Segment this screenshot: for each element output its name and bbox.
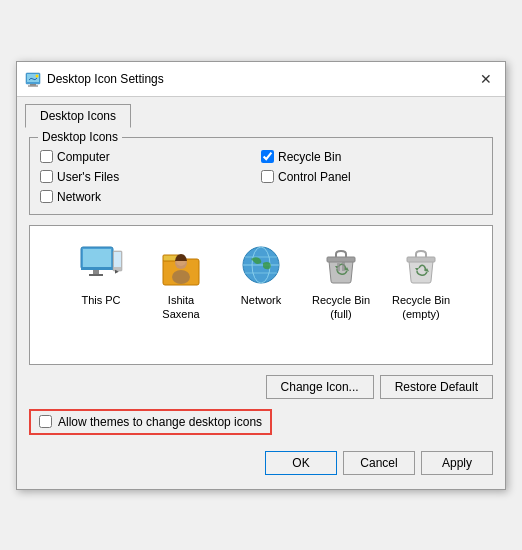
svg-rect-10 — [89, 274, 103, 276]
svg-rect-2 — [26, 82, 40, 84]
network-icon — [237, 241, 285, 289]
icon-action-buttons: Change Icon... Restore Default — [29, 375, 493, 399]
checkbox-grid: Computer Recycle Bin User's Files Contro… — [40, 144, 482, 204]
svg-rect-8 — [81, 267, 113, 270]
icons-preview-box: ▶ This PC — [29, 225, 493, 365]
cb-recycle[interactable] — [261, 150, 274, 163]
dialog-buttons: OK Cancel Apply — [29, 447, 493, 479]
cb-computer-label: Computer — [57, 150, 110, 164]
cb-row-userfiles: User's Files — [40, 170, 261, 184]
svg-rect-3 — [30, 84, 36, 86]
title-bar-controls: ✕ — [475, 68, 497, 90]
pc-icon: ▶ — [77, 241, 125, 289]
cb-controlpanel[interactable] — [261, 170, 274, 183]
cb-row-recycle: Recycle Bin — [261, 150, 482, 164]
cb-network[interactable] — [40, 190, 53, 203]
tab-bar: Desktop Icons — [17, 97, 505, 127]
cb-userfiles[interactable] — [40, 170, 53, 183]
icon-recycle-full[interactable]: Recycle Bin(full) — [306, 236, 376, 327]
content-area: Desktop Icons Computer Recycle Bin User'… — [17, 127, 505, 489]
icon-user[interactable]: Ishita Saxena — [146, 236, 216, 327]
restore-default-button[interactable]: Restore Default — [380, 375, 493, 399]
cb-computer[interactable] — [40, 150, 53, 163]
cb-network-label: Network — [57, 190, 101, 204]
cb-recycle-label: Recycle Bin — [278, 150, 341, 164]
svg-rect-27 — [407, 257, 435, 262]
icons-row: ▶ This PC — [40, 236, 482, 327]
icon-user-label: Ishita Saxena — [151, 293, 211, 322]
cancel-button[interactable]: Cancel — [343, 451, 415, 475]
ok-button[interactable]: OK — [265, 451, 337, 475]
svg-rect-4 — [28, 85, 38, 86]
icon-this-pc-label: This PC — [81, 293, 120, 307]
svg-rect-24 — [327, 257, 355, 262]
svg-rect-25 — [337, 263, 340, 271]
tab-desktop-icons[interactable]: Desktop Icons — [25, 104, 131, 128]
recycle-empty-icon — [397, 241, 445, 289]
window-title: Desktop Icon Settings — [47, 72, 475, 86]
svg-rect-12 — [114, 252, 121, 267]
icon-recycle-empty-label: Recycle Bin(empty) — [392, 293, 450, 322]
svg-rect-9 — [93, 270, 99, 274]
desktop-icons-group: Desktop Icons Computer Recycle Bin User'… — [29, 137, 493, 215]
title-bar: Desktop Icon Settings ✕ — [17, 62, 505, 97]
apply-button[interactable]: Apply — [421, 451, 493, 475]
window-icon — [25, 71, 41, 87]
icon-network-label: Network — [241, 293, 281, 307]
cb-userfiles-label: User's Files — [57, 170, 119, 184]
change-icon-button[interactable]: Change Icon... — [266, 375, 374, 399]
group-label: Desktop Icons — [38, 130, 122, 144]
svg-rect-26 — [342, 262, 345, 271]
allow-themes-checkbox[interactable] — [39, 415, 52, 428]
icon-network[interactable]: Network — [226, 236, 296, 312]
desktop-icon-settings-window: Desktop Icon Settings ✕ Desktop Icons De… — [16, 61, 506, 490]
svg-rect-7 — [83, 249, 111, 267]
icon-recycle-full-label: Recycle Bin(full) — [312, 293, 370, 322]
recycle-full-icon — [317, 241, 365, 289]
svg-point-5 — [36, 74, 39, 77]
svg-point-17 — [172, 270, 190, 284]
close-button[interactable]: ✕ — [475, 68, 497, 90]
cb-row-network: Network — [40, 190, 261, 204]
allow-themes-label: Allow themes to change desktop icons — [58, 415, 262, 429]
svg-text:▶: ▶ — [115, 268, 119, 274]
icon-recycle-empty[interactable]: Recycle Bin(empty) — [386, 236, 456, 327]
user-icon — [157, 241, 205, 289]
allow-themes-row: Allow themes to change desktop icons — [29, 409, 272, 435]
icon-this-pc[interactable]: ▶ This PC — [66, 236, 136, 312]
cb-controlpanel-label: Control Panel — [278, 170, 351, 184]
cb-row-computer: Computer — [40, 150, 261, 164]
cb-row-controlpanel: Control Panel — [261, 170, 482, 184]
